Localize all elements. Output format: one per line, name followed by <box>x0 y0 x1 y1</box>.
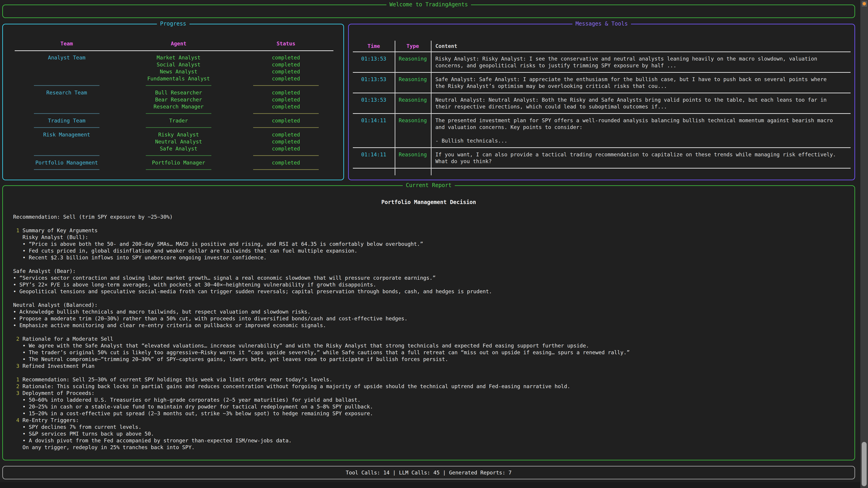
header-separator <box>12 47 336 54</box>
report-line: 1 Recommendation: Sell 25–30% of current… <box>13 376 845 383</box>
report-line: • 20–25% in cash or a stable-value fund … <box>13 403 845 410</box>
report-line: • 50–60% into laddered U.S. Treasuries o… <box>13 396 845 403</box>
report-line: • Emphasize active monitoring and clear … <box>13 322 845 329</box>
message-row: 01:13:53ReasoningNeutral Analyst: Neutra… <box>353 93 850 113</box>
report-line: • The trader’s original 50% cut is likel… <box>13 349 845 356</box>
report-line: • Acknowledge bullish technicals and mac… <box>13 308 845 315</box>
report-line <box>13 295 845 302</box>
current-report-panel: Current Report Portfolio Management Deci… <box>2 185 855 460</box>
message-row: 01:14:11ReasoningThe presented investmen… <box>353 114 850 147</box>
report-line: 3 Deployment of Proceeds: <box>13 390 845 396</box>
group-separator <box>12 166 336 173</box>
scrollbar[interactable] <box>860 0 868 488</box>
group-separator <box>12 110 336 117</box>
report-panel-title: Current Report <box>403 182 455 188</box>
messages-panel: Messages & Tools TimeTypeContent01:13:53… <box>348 24 855 180</box>
progress-row: Safe Analystcompleted <box>12 145 336 152</box>
report-line: On any trigger, redeploy in 25% tranches… <box>13 444 845 451</box>
progress-row: Social Analystcompleted <box>12 61 336 68</box>
report-line: 4 Re-Entry Triggers: <box>13 417 845 424</box>
welcome-title: Welcome to TradingAgents <box>386 1 471 8</box>
progress-panel: Progress TeamAgentStatusAnalyst TeamMark… <box>2 24 344 180</box>
progress-row: Trading TeamTradercompleted <box>12 117 336 124</box>
messages-panel-title: Messages & Tools <box>572 21 631 27</box>
report-line <box>13 261 845 268</box>
orange-dot-icon <box>863 2 866 5</box>
report-line: Safe Analyst (Bear): <box>13 268 845 274</box>
report-line: 3 Refined Investment Plan <box>13 363 845 369</box>
report-line: 2 Rationale for a Moderate Sell <box>13 335 845 342</box>
report-line: Risky Analyst (Bull): <box>13 234 845 240</box>
progress-row: Bear Researchercompleted <box>12 96 336 103</box>
scrollbar-thumb[interactable] <box>862 442 867 486</box>
group-separator <box>12 124 336 131</box>
report-line: Recommendation: Sell (trim SPY exposure … <box>13 214 845 220</box>
report-line: • Recent $2.3 billion inflows into SPY u… <box>13 254 845 261</box>
progress-row: Portfolio ManagementPortfolio Managercom… <box>12 159 336 166</box>
column-divider <box>395 41 395 175</box>
progress-row: Research TeamBull Researchercompleted <box>12 89 336 96</box>
bottom-strip <box>0 482 860 488</box>
report-line: • Fed cuts priced in, global disinflatio… <box>13 248 845 254</box>
report-line: • 15–20% in a cost-effective put spread … <box>13 410 845 417</box>
message-row: 01:13:53ReasoningSafe Analyst: Safe Anal… <box>353 73 850 93</box>
report-line <box>13 329 845 335</box>
progress-row: Research Managercompleted <box>12 103 336 110</box>
report-line: • “Price is above both the 50- and 200-d… <box>13 240 845 248</box>
report-line: • SPY declines 7% from current levels. <box>13 424 845 430</box>
report-line: • Propose a moderate trim (20–30%) rathe… <box>13 315 845 322</box>
report-line: 1 Summary of Key Arguments <box>13 227 845 234</box>
column-divider <box>431 41 432 175</box>
report-line: • “Services sector contraction and slowi… <box>13 274 845 281</box>
welcome-panel: Welcome to TradingAgents <box>2 4 855 18</box>
message-row: 01:13:53ReasoningRisky Analyst: Risky An… <box>353 52 850 72</box>
report-line <box>13 220 845 227</box>
stats-footer-panel: Tool Calls: 14 | LLM Calls: 45 | Generat… <box>2 466 855 480</box>
group-separator <box>12 82 336 89</box>
progress-panel-title: Progress <box>157 21 189 27</box>
progress-row: Analyst TeamMarket Analystcompleted <box>12 54 336 61</box>
report-line: • SPY’s 22× P/E is above long-term avera… <box>13 281 845 288</box>
messages-table: TimeTypeContent01:13:53ReasoningRisky An… <box>353 41 850 168</box>
progress-table: TeamAgentStatusAnalyst TeamMarket Analys… <box>12 40 336 173</box>
report-heading: Portfolio Management Decision <box>3 199 855 205</box>
report-line: • The Neutral compromise—“trimming 20–30… <box>13 356 845 363</box>
report-body: Recommendation: Sell (trim SPY exposure … <box>13 214 845 451</box>
report-line: 2 Rationale: This scaling back locks in … <box>13 383 845 390</box>
progress-row: Neutral Analystcompleted <box>12 138 336 145</box>
progress-header-row: TeamAgentStatus <box>12 40 336 47</box>
report-line: • A dovish pivot from the Fed accompanie… <box>13 437 845 444</box>
report-line <box>13 369 845 376</box>
group-separator <box>12 152 336 159</box>
report-line: Neutral Analyst (Balanced): <box>13 302 845 308</box>
stats-footer-text: Tool Calls: 14 | LLM Calls: 45 | Generat… <box>3 466 855 479</box>
scroll-marker-button[interactable] <box>862 1 867 7</box>
progress-row: News Analystcompleted <box>12 68 336 75</box>
report-line: • S&P services PMI turns back up above 5… <box>13 430 845 437</box>
progress-row: Risk ManagementRisky Analystcompleted <box>12 131 336 138</box>
terminal-screen: Welcome to TradingAgents Progress TeamAg… <box>0 0 868 488</box>
report-line: • We agree with the Safe Analyst that “e… <box>13 342 845 349</box>
messages-header-row: TimeTypeContent <box>353 41 850 52</box>
report-line: • Geopolitical tensions and speculative … <box>13 288 845 295</box>
progress-row: Fundamentals Analystcompleted <box>12 75 336 82</box>
message-row: 01:14:11ReasoningIf you want, I can also… <box>353 148 850 168</box>
